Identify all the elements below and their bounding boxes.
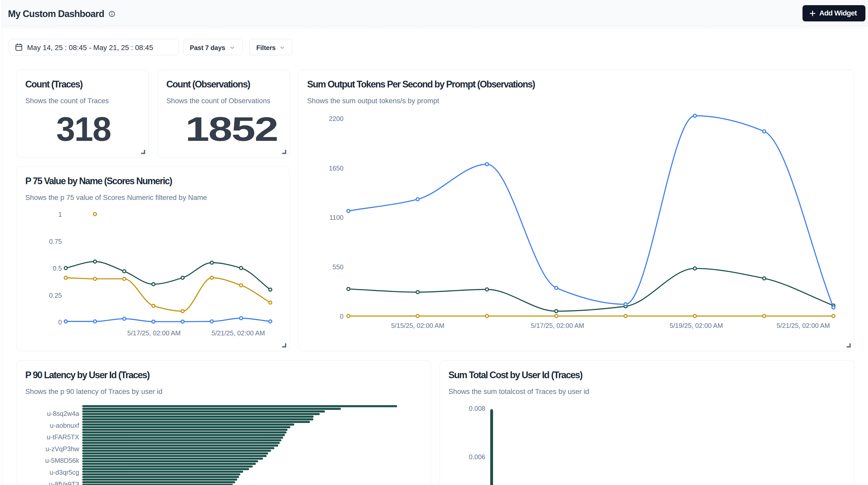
svg-text:5/21/25, 02:00 AM: 5/21/25, 02:00 AM [777, 322, 830, 329]
svg-text:2200: 2200 [329, 115, 343, 122]
svg-text:u-aobnuxf: u-aobnuxf [50, 422, 80, 429]
svg-text:u-8sq2w4a: u-8sq2w4a [47, 410, 80, 417]
svg-text:0.5: 0.5 [53, 265, 62, 272]
svg-text:0.75: 0.75 [49, 238, 62, 245]
svg-text:0.006: 0.006 [469, 453, 485, 460]
svg-text:0.008: 0.008 [469, 405, 485, 412]
svg-text:5/15/25, 02:00 AM: 5/15/25, 02:00 AM [391, 322, 444, 329]
svg-text:1: 1 [58, 211, 62, 218]
svg-text:0.25: 0.25 [49, 292, 62, 299]
svg-text:5/21/25, 02:00 AM: 5/21/25, 02:00 AM [212, 329, 265, 337]
svg-text:0: 0 [340, 313, 343, 320]
svg-text:5/19/25, 02:00 AM: 5/19/25, 02:00 AM [670, 322, 723, 329]
svg-text:u-5M8D56k: u-5M8D56k [45, 457, 79, 464]
svg-text:u-tFAR5TX: u-tFAR5TX [47, 433, 79, 441]
svg-text:u-zVqP3hw: u-zVqP3hw [45, 445, 80, 453]
svg-text:u-8fVa9T3: u-8fVa9T3 [49, 481, 79, 485]
svg-text:0: 0 [58, 319, 62, 326]
svg-text:1650: 1650 [329, 164, 343, 172]
svg-text:u-d3qr5cg: u-d3qr5cg [50, 469, 79, 476]
svg-text:5/17/25, 02:00 AM: 5/17/25, 02:00 AM [531, 322, 584, 329]
svg-text:5/17/25, 02:00 AM: 5/17/25, 02:00 AM [127, 329, 181, 337]
svg-text:550: 550 [332, 263, 343, 271]
svg-text:1100: 1100 [329, 214, 343, 221]
